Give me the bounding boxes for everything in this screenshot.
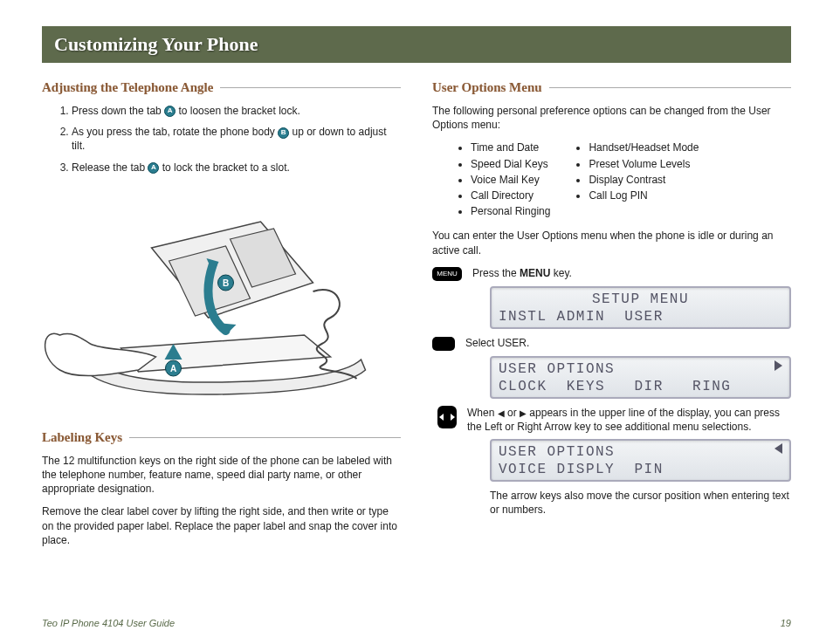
- select-user-text: Select USER.: [465, 336, 791, 350]
- press-menu-step: MENU Press the MENU key.: [432, 266, 791, 281]
- step-1: Press down the tab A to loosen the brack…: [72, 104, 401, 118]
- lcd-line: INSTL ADMIN USER: [499, 308, 782, 325]
- lcd-user-options-2: USER OPTIONS VOICE DISPLY PIN: [490, 439, 791, 482]
- user-options-list: Time and Date Speed Dial Keys Voice Mail…: [432, 140, 791, 220]
- page-footer: Teo IP Phone 4104 User Guide 19: [42, 618, 791, 628]
- heading-adjusting-angle: Adjusting the Telephone Angle: [42, 80, 401, 95]
- lcd-user-options-1: USER OPTIONS CLOCK KEYS DIR RING: [490, 356, 791, 399]
- labeling-p1: The 12 multifunction keys on the right s…: [42, 454, 401, 497]
- softkey-icon: [432, 337, 455, 351]
- step-3: Release the tab A to lock the bracket to…: [72, 161, 401, 175]
- arrow-nav-text: When ◀ or ▶ appears in the upper line of…: [467, 406, 791, 434]
- lcd-line: USER OPTIONS: [499, 443, 782, 461]
- rotate-b-badge: B: [278, 127, 289, 139]
- user-options-intro: The following personal preference option…: [432, 104, 791, 132]
- tab-a-badge-2: A: [148, 162, 159, 174]
- footer-guide-name: Teo IP Phone 4104 User Guide: [42, 618, 175, 628]
- tab-a-badge: A: [164, 106, 176, 117]
- page-title: Customizing Your Phone: [42, 26, 791, 63]
- heading-user-options: User Options Menu: [432, 80, 791, 95]
- lcd-line: SETUP MENU: [499, 291, 782, 308]
- cursor-note: The arrow keys also move the cursor posi…: [490, 489, 791, 517]
- left-arrow-icon: [774, 443, 782, 454]
- labeling-p2: Remove the clear label cover by lifting …: [42, 504, 401, 547]
- svg-text:B: B: [223, 278, 229, 288]
- select-user-step: Select USER.: [432, 336, 791, 351]
- lcd-line: USER OPTIONS: [499, 360, 782, 378]
- press-menu-text: Press the MENU key.: [472, 266, 791, 280]
- step-1-text-b: to loosen the bracket lock.: [176, 105, 300, 117]
- step-2: As you press the tab, rotate the phone b…: [72, 125, 401, 153]
- list-item: Handset/Headset Mode: [589, 140, 699, 154]
- list-item: Personal Ringing: [471, 204, 550, 218]
- right-arrow-icon: [774, 360, 782, 371]
- footer-page-number: 19: [781, 618, 791, 628]
- lcd-setup-menu: SETUP MENU INSTL ADMIN USER: [490, 286, 791, 329]
- lcd-line: CLOCK KEYS DIR RING: [499, 378, 782, 395]
- lcd-line: VOICE DISPLY PIN: [499, 461, 782, 478]
- list-item: Call Directory: [471, 188, 550, 202]
- step-3-text-b: to lock the bracket to a slot.: [159, 161, 289, 174]
- heading-labeling-keys: Labeling Keys: [42, 430, 401, 445]
- list-item: Speed Dial Keys: [471, 157, 550, 171]
- options-col-2: Handset/Headset Mode Preset Volume Level…: [576, 140, 699, 220]
- list-item: Call Log PIN: [589, 188, 699, 202]
- step-3-text-a: Release the tab: [72, 161, 148, 174]
- step-2-text-a: As you press the tab, rotate the phone b…: [72, 126, 278, 138]
- svg-text:A: A: [170, 364, 176, 373]
- list-item: Display Contrast: [589, 173, 699, 187]
- left-column: Adjusting the Telephone Angle Press down…: [42, 80, 401, 556]
- phone-tilt-illustration: B A: [42, 187, 401, 414]
- left-right-arrow-key-icon: [437, 406, 457, 428]
- right-column: User Options Menu The following personal…: [432, 80, 791, 556]
- list-item: Time and Date: [471, 140, 550, 154]
- adjusting-steps: Press down the tab A to loosen the brack…: [42, 104, 401, 175]
- list-item: Preset Volume Levels: [589, 157, 699, 171]
- menu-key-icon: MENU: [432, 267, 462, 281]
- arrow-nav-step: When ◀ or ▶ appears in the upper line of…: [432, 406, 791, 434]
- options-col-1: Time and Date Speed Dial Keys Voice Mail…: [458, 140, 550, 220]
- enter-menu-note: You can enter the User Options menu when…: [432, 229, 791, 257]
- step-1-text-a: Press down the tab: [72, 105, 164, 117]
- list-item: Voice Mail Key: [471, 173, 550, 187]
